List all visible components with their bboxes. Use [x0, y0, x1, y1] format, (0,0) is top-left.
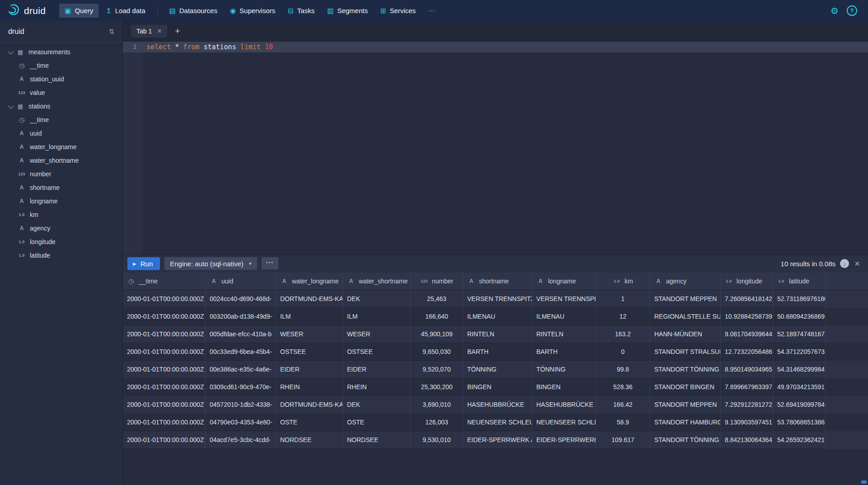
cell-uuid[interactable]: 04572010-1db2-4338-: [206, 396, 276, 414]
nav-item-datasources[interactable]: ▤Datasources: [164, 4, 223, 18]
column-header-water-longname[interactable]: Awater_longname: [276, 273, 343, 290]
tree-table-stations[interactable]: ▦stations: [0, 99, 122, 113]
cell-shortname[interactable]: HASEHUBBRÜCKE: [463, 396, 532, 414]
cell-latitude[interactable]: 52.69419099784: [773, 396, 826, 414]
cell-number[interactable]: 166,640: [411, 308, 463, 325]
cell-uuid[interactable]: 04790e03-4353-4e80-: [206, 414, 276, 431]
cell-longitude[interactable]: 7.292912281272: [721, 396, 773, 414]
tree-column-water-longname[interactable]: Awater_longname: [0, 140, 122, 154]
cell-km[interactable]: 58.9: [596, 414, 650, 431]
cell-km[interactable]: 166.42: [596, 396, 650, 414]
cell-water-shortname[interactable]: OSTSEE: [343, 343, 411, 361]
cell-longitude[interactable]: 7.260856418142: [721, 290, 773, 308]
nav-item-more[interactable]: ⋯: [423, 4, 441, 17]
cell-water-longname[interactable]: EIDER: [276, 361, 343, 378]
cell-longname[interactable]: ILMENAU: [532, 308, 596, 325]
cell-latitude[interactable]: 50.68094236869: [773, 308, 826, 325]
column-header-longitude[interactable]: 1.0longitude: [721, 273, 773, 290]
cell-km[interactable]: 12: [596, 308, 650, 325]
column-header-uuid[interactable]: Auuid: [206, 273, 276, 290]
cell-water-longname[interactable]: RHEIN: [276, 378, 343, 396]
nav-item-supervisors[interactable]: ◉Supervisors: [225, 4, 281, 18]
cell-longitude[interactable]: 12.72322056486: [721, 343, 773, 361]
cell-shortname[interactable]: NEUENSEER SCHLEUSE: [463, 414, 532, 431]
cell-agency[interactable]: STANDORT STRALSUND: [650, 343, 721, 361]
tree-column-latitude[interactable]: 1.0latitude: [0, 249, 122, 262]
cell-km[interactable]: 0: [596, 343, 650, 361]
cell-water-longname[interactable]: OSTSEE: [276, 343, 343, 361]
cell-km[interactable]: 109.617: [596, 431, 650, 449]
cell-water-longname[interactable]: WESER: [276, 325, 343, 343]
cell-longname[interactable]: RINTELN: [532, 325, 596, 343]
run-button[interactable]: ▶ Run: [127, 257, 160, 270]
nav-item-query[interactable]: ▣Query: [59, 4, 99, 18]
close-results-icon[interactable]: ×: [854, 259, 861, 268]
tree-column-value[interactable]: 123value: [0, 86, 122, 99]
cell-agency[interactable]: REGIONALSTELLE SUHL: [650, 308, 721, 325]
column-header-water-shortname[interactable]: Awater_shortname: [343, 273, 411, 290]
cell-water-shortname[interactable]: EIDER: [343, 361, 411, 378]
cell-longitude[interactable]: 7.899667963397: [721, 378, 773, 396]
cell-longname[interactable]: TÖNNING: [532, 361, 596, 378]
cell-agency[interactable]: STANDORT TÖNNING: [650, 361, 721, 378]
cell-latitude[interactable]: 52.731186976180: [773, 290, 826, 308]
tree-column-time[interactable]: ◷__time: [0, 59, 122, 72]
sql-editor[interactable]: 1 select * from stations limit 10: [123, 41, 868, 254]
cell-longname[interactable]: BINGEN: [532, 378, 596, 396]
column-header-agency[interactable]: Aagency: [650, 273, 721, 290]
new-tab-button[interactable]: +: [171, 25, 185, 37]
cell-longitude[interactable]: 9.130903597451: [721, 414, 773, 431]
tab-tab-1[interactable]: Tab 1×: [131, 25, 167, 38]
tree-column-time[interactable]: ◷__time: [0, 113, 122, 127]
cell-time[interactable]: 2000-01-01T00:00:00.000Z: [123, 396, 206, 414]
cell-time[interactable]: 2000-01-01T00:00:00.000Z: [123, 325, 206, 343]
cell-number[interactable]: 9,650,030: [411, 343, 463, 361]
cell-water-shortname[interactable]: DEK: [343, 290, 411, 308]
cell-water-shortname[interactable]: RHEIN: [343, 378, 411, 396]
column-header-latitude[interactable]: 1.0latitude: [773, 273, 826, 290]
cell-time[interactable]: 2000-01-01T00:00:00.000Z: [123, 343, 206, 361]
scrollbar-thumb[interactable]: [861, 480, 867, 484]
druid-logo[interactable]: druid: [7, 4, 46, 18]
tree-column-station-uuid[interactable]: Astation_uuid: [0, 72, 122, 86]
cell-latitude[interactable]: 52.18974748167: [773, 325, 826, 343]
cell-uuid[interactable]: 00e386ac-e35c-4a6e-: [206, 361, 276, 378]
tree-column-agency[interactable]: Aagency: [0, 221, 122, 235]
tree-column-uuid[interactable]: Auuid: [0, 127, 122, 140]
sql-query-text[interactable]: select * from stations limit 10: [143, 42, 273, 52]
cell-uuid[interactable]: 0309cd61-90c9-470e-: [206, 378, 276, 396]
tree-table-measurements[interactable]: ▦measurements: [0, 45, 122, 59]
column-sort-icon[interactable]: ⇅: [108, 28, 114, 36]
cell-agency[interactable]: STANDORT MEPPEN: [650, 396, 721, 414]
cell-uuid[interactable]: 003200ab-d138-49d9-: [206, 308, 276, 325]
column-header-shortname[interactable]: Ashortname: [463, 273, 532, 290]
download-results-icon[interactable]: ↓: [840, 259, 849, 268]
engine-select[interactable]: Engine: auto (sql-native) ▾: [164, 257, 257, 270]
cell-shortname[interactable]: EIDER-SPERRWERK AP: [463, 431, 532, 449]
tree-column-longitude[interactable]: 1.0longitude: [0, 235, 122, 249]
cell-latitude[interactable]: 53.78068651386: [773, 414, 826, 431]
help-icon[interactable]: ?: [847, 5, 857, 16]
cell-agency[interactable]: STANDORT MEPPEN: [650, 290, 721, 308]
cell-shortname[interactable]: TÖNNING: [463, 361, 532, 378]
cell-latitude[interactable]: 54.37122057673: [773, 343, 826, 361]
cell-agency[interactable]: STANDORT HAMBURG: [650, 414, 721, 431]
settings-gear-icon[interactable]: ⚙: [830, 6, 839, 15]
tree-column-shortname[interactable]: Ashortname: [0, 181, 122, 194]
cell-water-shortname[interactable]: DEK: [343, 396, 411, 414]
cell-km[interactable]: 528.36: [596, 378, 650, 396]
cell-uuid[interactable]: 0024cc40-d690-468d-: [206, 290, 276, 308]
tree-column-km[interactable]: 1.0km: [0, 208, 122, 221]
cell-water-longname[interactable]: DORTMUND-EMS-KANAL: [276, 396, 343, 414]
cell-water-longname[interactable]: DORTMUND-EMS-KANAL: [276, 290, 343, 308]
cell-longname[interactable]: EIDER-SPERRWERK AP: [532, 431, 596, 449]
cell-water-shortname[interactable]: ILM: [343, 308, 411, 325]
column-header-km[interactable]: 1.0km: [596, 273, 650, 290]
cell-time[interactable]: 2000-01-01T00:00:00.000Z: [123, 290, 206, 308]
cell-time[interactable]: 2000-01-01T00:00:00.000Z: [123, 414, 206, 431]
cell-number[interactable]: 9,530,010: [411, 431, 463, 449]
cell-shortname[interactable]: RINTELN: [463, 325, 532, 343]
cell-number[interactable]: 25,300,200: [411, 378, 463, 396]
cell-latitude[interactable]: 49.97034213591: [773, 378, 826, 396]
cell-uuid[interactable]: 04acd7e5-3cbc-4cdd-: [206, 431, 276, 449]
